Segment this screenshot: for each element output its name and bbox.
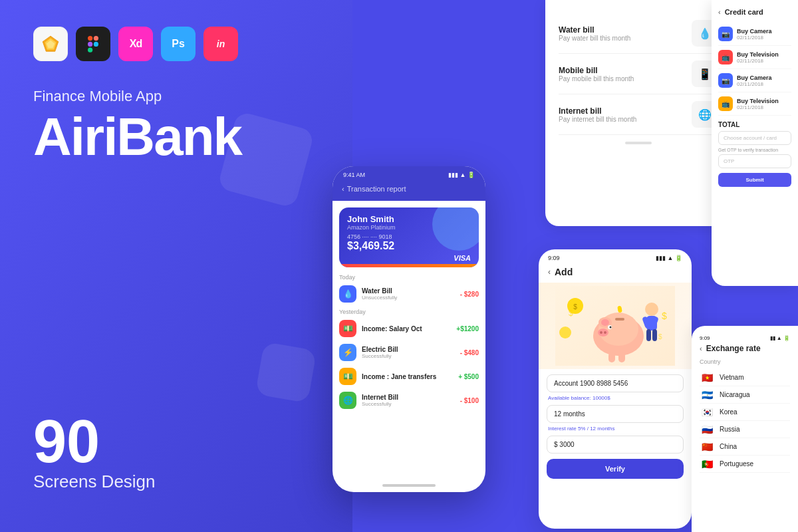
card-stripe (339, 264, 479, 267)
exchange-header: ‹ Exchange rate (700, 344, 790, 353)
country-portuguese[interactable]: 🇵🇹 Portuguese (700, 456, 790, 473)
finance-label: Finance Mobile App (33, 88, 319, 105)
internet-bill-item: Internet bill Pay internet bill this mon… (559, 94, 718, 135)
svg-rect-23 (615, 318, 624, 321)
add-status-bar: 9:09 ▮▮▮ ▲ 🔋 (539, 249, 692, 264)
exchange-status-bar: 9:09 ▮▮ ▲ 🔋 (700, 335, 790, 341)
screens-label: Screens Design (33, 471, 319, 492)
add-verify-button[interactable]: Verify (547, 459, 684, 479)
card-brand: VISA (454, 254, 471, 262)
korea-name: Korea (720, 408, 737, 416)
add-account-input[interactable] (547, 374, 684, 392)
tx-water: 💧 Water Bill Unsuccessfully - $280 (332, 282, 485, 306)
credit-otp-input[interactable]: OTP (718, 154, 791, 168)
svg-point-11 (559, 327, 571, 338)
exchange-title: Exchange rate (706, 344, 761, 353)
country-china[interactable]: 🇨🇳 China (700, 438, 790, 456)
add-money-panel: 9:09 ▮▮▮ ▲ 🔋 ‹ Add $ (539, 249, 692, 529)
tx-salary: 💵 Income: Salary Oct +$1200 (332, 317, 485, 340)
tx-electric: ⚡ Electric Bill Successfully - $480 (332, 340, 485, 364)
tx-electric-amount: - $480 (460, 349, 479, 356)
card-visual: John Smith Amazon Platinium 4756 ···· ··… (339, 207, 479, 267)
tx-jane: 💵 Income : Jane transfers + $500 (332, 364, 485, 388)
add-balance-note: Available balance: 10000$ (547, 395, 684, 401)
svg-point-15 (601, 319, 609, 326)
card-number: 4756 ···· ···· 9018 (347, 233, 471, 240)
credit-item-4-info: Buy Television 02/11/2018 (737, 98, 791, 110)
tx-internet-info: Internet Bill Successfully (362, 394, 455, 407)
phone-back: ‹ Transaction report (342, 185, 476, 193)
credit-submit-button[interactable]: Submit (718, 173, 791, 187)
yesterday-label: Yesterday (332, 306, 485, 317)
phone-header: ‹ Transaction report (332, 181, 485, 201)
left-panel: Xd Ps in Finance Mobile App AiriBank 90 … (0, 0, 352, 532)
invision-icon: in (203, 27, 238, 61)
china-name: China (720, 443, 737, 450)
nicaragua-flag: 🇳🇮 (700, 390, 714, 400)
svg-rect-3 (88, 36, 92, 41)
add-rate-note: Interest rate 5% / 12 months (547, 426, 684, 432)
status-time: 9:41 AM (343, 172, 365, 178)
credit-total-label: TOTAL (718, 121, 791, 128)
svg-text:$: $ (662, 311, 667, 321)
today-label: Today (332, 271, 485, 282)
card-type: Amazon Platinium (347, 224, 471, 231)
country-nicaragua[interactable]: 🇳🇮 Nicaragua (700, 386, 790, 404)
credit-camera-icon-1: 📷 (718, 27, 733, 41)
card-name: John Smith (347, 214, 471, 224)
mobile-bill-item: Mobile bill Pay mobile bill this month 📱 (559, 54, 718, 94)
status-icons: ▮▮▮ ▲ 🔋 (448, 172, 475, 178)
status-bar: 9:41 AM ▮▮▮ ▲ 🔋 (332, 166, 485, 181)
tx-water-icon: 💧 (339, 285, 356, 303)
country-korea[interactable]: 🇰🇷 Korea (700, 404, 790, 421)
credit-otp-label: Get OTP to verify transaction (718, 148, 791, 152)
phone-bottom-bar (382, 484, 436, 487)
scroll-indicator (625, 142, 652, 144)
credit-item-1: 📷 Buy Camera 02/11/2018 (718, 23, 791, 46)
svg-point-20 (604, 331, 606, 334)
exchange-time: 9:09 (700, 335, 710, 341)
china-flag: 🇨🇳 (700, 442, 714, 452)
xd-icon: Xd (118, 27, 153, 61)
russia-name: Russia (720, 426, 740, 433)
tx-internet-icon: 🌐 (339, 392, 356, 409)
card-amount: $3,469.52 (347, 240, 471, 252)
svg-rect-4 (94, 36, 98, 41)
tx-electric-info: Electric Bill Successfully (362, 346, 455, 359)
water-bill-item: Water bill Pay water bill this month 💧 (559, 13, 718, 54)
svg-text:$: $ (569, 309, 573, 318)
add-months-input[interactable] (547, 405, 684, 423)
credit-title: Credit card (725, 8, 763, 16)
internet-bill-info: Internet bill Pay internet bill this mon… (559, 106, 685, 123)
tx-salary-info: Income: Salary Oct (362, 325, 451, 332)
add-illustration: $ (539, 283, 692, 369)
korea-flag: 🇰🇷 (700, 407, 714, 417)
credit-header: ‹ Credit card (718, 8, 791, 16)
country-vietnam[interactable]: 🇻🇳 Vietnam (700, 369, 790, 386)
vietnam-name: Vietnam (720, 374, 744, 381)
tx-water-info: Water Bill Unsuccessfully (362, 287, 455, 301)
figma-icon (76, 27, 110, 61)
svg-text:$: $ (658, 333, 662, 340)
tool-icons: Xd Ps in (33, 27, 319, 61)
tx-jane-icon: 💵 (339, 368, 356, 385)
tx-internet-amount: - $100 (460, 397, 479, 404)
vietnam-flag: 🇻🇳 (700, 372, 714, 382)
phone-transaction: 9:41 AM ▮▮▮ ▲ 🔋 ‹ Transaction report Joh… (332, 166, 485, 492)
tx-water-amount: - $280 (460, 291, 479, 298)
tx-jane-amount: + $500 (458, 373, 479, 380)
add-header: ‹ Add (539, 264, 692, 283)
nicaragua-name: Nicaragua (720, 391, 750, 398)
add-amount-input[interactable] (547, 436, 684, 454)
country-russia[interactable]: 🇷🇺 Russia (700, 421, 790, 438)
credit-item-4: 📺 Buy Television 02/11/2018 (718, 92, 791, 116)
svg-rect-22 (618, 352, 625, 362)
portuguese-flag: 🇵🇹 (700, 459, 714, 469)
add-status-icons: ▮▮▮ ▲ 🔋 (656, 255, 682, 261)
svg-rect-29 (646, 329, 651, 341)
bills-panel: Water bill Pay water bill this month 💧 M… (545, 0, 732, 226)
tx-jane-info: Income : Jane transfers (362, 373, 453, 380)
svg-point-18 (598, 329, 608, 336)
portuguese-name: Portuguese (720, 460, 753, 467)
credit-account-input[interactable]: Choose account / card (718, 131, 791, 145)
